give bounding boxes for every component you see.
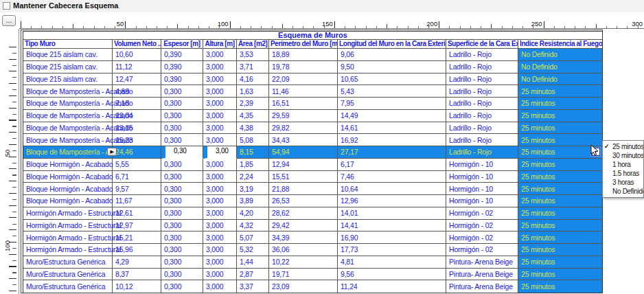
cell[interactable]: Hormigón - 10 xyxy=(446,159,518,171)
cell[interactable]: 36,06 xyxy=(269,244,338,256)
cell[interactable]: 25 minutos▾ xyxy=(518,146,602,159)
cell[interactable]: 10,65 xyxy=(338,74,446,86)
cell[interactable]: 0,300 xyxy=(161,195,203,207)
cell[interactable]: 14,01 xyxy=(338,207,446,220)
cell[interactable]: 3,000 xyxy=(203,244,237,256)
cell[interactable]: 0,300 xyxy=(161,244,203,256)
cell[interactable]: 3,000 xyxy=(203,220,237,232)
cell[interactable]: 25 minutos xyxy=(518,171,602,183)
cell[interactable]: 11,46 xyxy=(269,85,338,98)
cell[interactable]: No Definido xyxy=(518,74,602,86)
cell[interactable]: Bloque 215 aislam cav. xyxy=(23,49,113,61)
cell[interactable]: Ladrillo - Rojo xyxy=(446,122,518,135)
cell[interactable]: 22,09 xyxy=(269,74,338,86)
expand-cell-button[interactable]: ▶ xyxy=(107,148,117,156)
cell[interactable]: 3,53 xyxy=(237,49,269,61)
cell[interactable]: Hormigón Armado - Estructural xyxy=(23,220,113,232)
cell[interactable]: 29,42 xyxy=(269,220,338,232)
cell[interactable]: 11,12 xyxy=(113,61,161,74)
cell[interactable]: 5,08 xyxy=(237,134,269,146)
cell[interactable]: 3,000 xyxy=(203,134,237,146)
cell[interactable]: Pintura- Arena Beige xyxy=(446,269,518,281)
menu-item[interactable]: 1.5 horas xyxy=(603,169,643,178)
cell[interactable]: Pintura- Arena Beige xyxy=(446,256,518,269)
cell[interactable]: 3,000 xyxy=(203,207,237,220)
cell[interactable]: 0,300 xyxy=(161,231,203,244)
cell[interactable]: 3,89 xyxy=(237,195,269,207)
cell[interactable]: 12,94 xyxy=(269,159,338,171)
cell[interactable]: 0,300 xyxy=(161,98,203,110)
cell[interactable]: 26,53 xyxy=(269,195,338,207)
cell[interactable]: Bloque 215 aislam cav. xyxy=(23,74,113,86)
cell[interactable]: 25 minutos xyxy=(518,244,602,256)
cell[interactable]: 0,300 xyxy=(161,183,203,195)
column-header[interactable]: Superficie de la Cara Exterior xyxy=(446,40,518,49)
cell[interactable]: Hormigón - 02 xyxy=(446,207,518,220)
ruler-overflow-button[interactable]: ... xyxy=(2,15,16,26)
cell[interactable]: 34,43 xyxy=(269,134,338,146)
cell[interactable]: 4,38 xyxy=(237,122,269,135)
cell[interactable]: 1,44 xyxy=(237,256,269,269)
cell[interactable]: 0,300 xyxy=(161,280,203,293)
cell[interactable]: 3,000 xyxy=(203,110,237,122)
cell[interactable]: 0,300 xyxy=(161,110,203,122)
cell[interactable]: 12,61 xyxy=(113,207,161,220)
cell[interactable]: Ladrillo - Rojo xyxy=(446,146,518,159)
cell[interactable]: Ladrillo - Rojo xyxy=(446,98,518,110)
menu-item[interactable]: 3 horas xyxy=(603,178,643,187)
column-header[interactable]: Tipo Muro xyxy=(23,40,113,49)
cell[interactable]: Bloque de Mampostería - Acabado xyxy=(23,85,113,98)
cell[interactable]: 14,41 xyxy=(338,220,446,232)
cell[interactable]: Ladrillo - Rojo xyxy=(446,134,518,146)
cell[interactable]: 1,85 xyxy=(237,159,269,171)
cell[interactable]: 15,51 xyxy=(269,171,338,183)
column-header[interactable]: Volumen Neto ... xyxy=(113,40,161,49)
menu-item[interactable]: ✓25 minutos xyxy=(603,142,643,151)
cell[interactable]: 0,300 xyxy=(161,256,203,269)
cell[interactable]: Bloque de Mampostería - Acabado xyxy=(23,134,113,146)
cell[interactable]: 9,56 xyxy=(338,269,446,281)
cell[interactable]: 3,00 xyxy=(203,146,237,159)
cell[interactable]: 25 minutos xyxy=(518,195,602,207)
cell[interactable]: 14,61 xyxy=(338,122,446,135)
cell[interactable]: 25 minutos xyxy=(518,231,602,244)
menu-item[interactable]: 1 hora xyxy=(603,160,643,169)
cell[interactable]: 9,06 xyxy=(338,49,446,61)
cell[interactable]: 25 minutos xyxy=(518,98,602,110)
column-header[interactable]: Índice Resistencia al Fuego xyxy=(518,40,602,49)
cell[interactable]: 5,07 xyxy=(237,231,269,244)
cell[interactable]: Hormigón - 10 xyxy=(446,195,518,207)
cell[interactable]: 3,000 xyxy=(203,183,237,195)
cell[interactable]: 3,000 xyxy=(203,49,237,61)
cell[interactable]: Bloque Hormigón - Acabado xyxy=(23,195,113,207)
cell[interactable]: 9,57 xyxy=(113,183,161,195)
cell[interactable]: 25 minutos xyxy=(518,220,602,232)
cell[interactable]: 25 minutos xyxy=(518,122,602,135)
cell[interactable]: Pintura- Arena Beige xyxy=(446,280,518,293)
cell[interactable]: 24,46 xyxy=(113,146,161,159)
cell[interactable]: Ladrillo - Rojo xyxy=(446,85,518,98)
cell[interactable]: 4,35 xyxy=(237,110,269,122)
cell[interactable]: 15,23 xyxy=(113,134,161,146)
keep-header-checkbox[interactable] xyxy=(3,2,10,10)
column-header[interactable]: Área [m2] xyxy=(237,40,269,49)
cell[interactable]: 3,37 xyxy=(237,280,269,293)
cell[interactable]: 3,000 xyxy=(203,195,237,207)
cell[interactable]: 3,000 xyxy=(203,159,237,171)
cell[interactable]: Hormigón - 02 xyxy=(446,231,518,244)
cell[interactable]: 5,55 xyxy=(113,159,161,171)
cell[interactable]: 1,63 xyxy=(237,85,269,98)
cell[interactable]: 2,87 xyxy=(237,269,269,281)
cell[interactable]: Hormigón - 02 xyxy=(446,220,518,232)
cell[interactable]: 0,390 xyxy=(161,49,203,61)
cell[interactable]: No Definido xyxy=(518,61,602,74)
cell[interactable]: 4,81 xyxy=(338,256,446,269)
cell[interactable]: 17,73 xyxy=(338,244,446,256)
cell[interactable]: 11,67 xyxy=(113,195,161,207)
cell[interactable]: 6,71 xyxy=(113,171,161,183)
cell[interactable]: 25 minutos xyxy=(518,110,602,122)
cell[interactable]: Bloque Hormigón - Acabado xyxy=(23,183,113,195)
cell[interactable]: 13,04 xyxy=(113,110,161,122)
cell[interactable]: 9,50 xyxy=(338,61,446,74)
cell[interactable]: Bloque 215 aislam cav. xyxy=(23,61,113,74)
